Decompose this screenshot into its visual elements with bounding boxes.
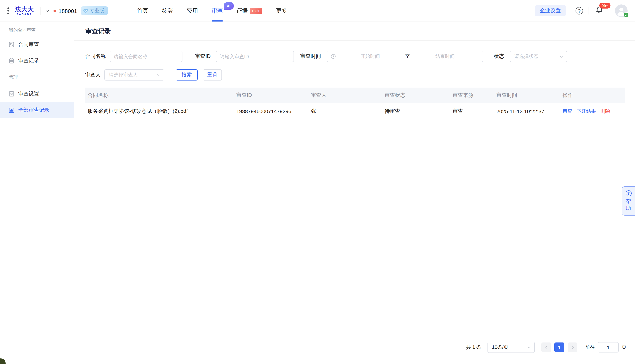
contract-name-label: 合同名称 xyxy=(85,53,106,60)
action-review-link[interactable]: 审查 xyxy=(563,108,572,114)
end-time-placeholder[interactable]: 结束时间 xyxy=(411,53,479,60)
main-panel: 审查记录 合同名称 审查ID 审查时间 开始时间 至 结束时间 xyxy=(74,22,635,364)
nav-evidence[interactable]: 证据 HOT xyxy=(237,0,262,22)
review-time-range-picker[interactable]: 开始时间 至 结束时间 xyxy=(327,51,483,62)
page-title: 审查记录 xyxy=(85,27,111,36)
notifications-button[interactable]: 99+ xyxy=(595,6,603,16)
plan-badge-label: 专业版 xyxy=(90,8,104,14)
total-count: 共 1 条 xyxy=(466,344,481,351)
bar-chart-icon xyxy=(9,107,15,113)
review-id-input[interactable] xyxy=(216,51,294,62)
reviewer-select[interactable]: 请选择审查人 xyxy=(104,70,164,80)
range-separator: 至 xyxy=(404,53,411,60)
chevron-down-icon xyxy=(157,73,160,76)
user-avatar[interactable] xyxy=(615,4,627,17)
help-question-icon: ? xyxy=(625,190,631,196)
action-download-link[interactable]: 下载结果 xyxy=(577,108,596,114)
col-reviewer: 审查人 xyxy=(311,92,384,98)
goto-page-input[interactable] xyxy=(598,342,619,352)
table-header: 合同名称 审查ID 审查人 审查状态 审查来源 审查时间 操作 xyxy=(85,88,625,103)
logo-en: FADADA xyxy=(17,13,32,16)
cell-status: 待审查 xyxy=(384,108,453,115)
nav-sign[interactable]: 签署 xyxy=(162,0,173,22)
sidebar: 我的合同审查 合同审查 审查记录 管理 审查设置 xyxy=(0,22,74,364)
fadada-logo: 法大大 FADADA xyxy=(15,6,34,16)
sidebar-group: 审查设置 全部审查记录 xyxy=(0,86,74,118)
help-floating-button[interactable]: ? 帮助 xyxy=(622,186,635,216)
sidebar-section-management: 管理 xyxy=(9,74,74,80)
sidebar-group: 合同审查 审查记录 xyxy=(0,36,74,69)
content: 合同名称 审查ID 审查时间 开始时间 至 结束时间 状态 请选择状态 xyxy=(74,41,635,120)
sidebar-item-all-review-records[interactable]: 全部审查记录 xyxy=(0,102,74,118)
cell-reviewer: 张三 xyxy=(311,108,384,115)
cell-review-id: 1988794600071479296 xyxy=(236,108,311,114)
top-bar-right: 企业设置 ? 99+ xyxy=(535,4,627,17)
col-actions: 操作 xyxy=(563,92,625,98)
ai-badge: AI xyxy=(224,2,234,10)
chevron-left-icon xyxy=(545,346,548,349)
sidebar-item-label: 合同审查 xyxy=(18,41,39,48)
chevron-down-icon xyxy=(528,345,531,348)
sidebar-item-contract-review[interactable]: 合同审查 xyxy=(0,36,74,53)
top-bar: 法大大 FADADA 188001 专业版 首页 签署 费用 审查 AI xyxy=(0,0,635,22)
cell-contract-name: 服务采购框架协议-修改意见（脱敏）(2).pdf xyxy=(85,108,236,115)
status-label: 状态 xyxy=(494,53,504,60)
status-select-placeholder: 请选择状态 xyxy=(514,53,538,60)
org-id: 188001 xyxy=(59,8,77,14)
title-bar: 审查记录 xyxy=(74,22,635,41)
sidebar-section-my-review: 我的合同审查 xyxy=(9,27,74,34)
sidebar-item-label: 审查记录 xyxy=(18,58,39,64)
chevron-down-icon xyxy=(560,54,563,58)
verified-shield-icon xyxy=(623,12,629,18)
prev-page-button[interactable] xyxy=(541,342,551,352)
org-switcher-chevron-down-icon[interactable] xyxy=(45,8,49,12)
nav-home[interactable]: 首页 xyxy=(137,0,148,22)
review-time-label: 审查时间 xyxy=(300,53,321,60)
current-page-button[interactable]: 1 xyxy=(554,342,564,352)
cell-source: 审查 xyxy=(453,108,496,115)
apps-menu-icon[interactable] xyxy=(8,8,9,14)
divider xyxy=(40,7,40,15)
start-time-placeholder[interactable]: 开始时间 xyxy=(336,53,404,60)
page-unit-label: 页 xyxy=(622,344,626,351)
notification-count-badge: 99+ xyxy=(599,2,610,8)
page-size-value: 10条/页 xyxy=(492,344,508,351)
clipboard-icon xyxy=(9,58,15,64)
status-select[interactable]: 请选择状态 xyxy=(510,51,567,62)
col-time: 审查时间 xyxy=(496,92,563,98)
main-nav: 首页 签署 费用 审查 AI 证据 HOT 更多 xyxy=(137,0,287,22)
sparkle-icon xyxy=(231,3,233,5)
sidebar-item-review-records[interactable]: 审查记录 xyxy=(0,53,74,69)
help-question-icon[interactable]: ? xyxy=(575,7,583,14)
table-row: 服务采购框架协议-修改意见（脱敏）(2).pdf 198879460007147… xyxy=(85,103,625,120)
plan-badge: 专业版 xyxy=(80,6,108,15)
divider xyxy=(588,7,589,14)
cell-actions: 审查 下载结果 删除 xyxy=(563,108,625,115)
app-window: 法大大 FADADA 188001 专业版 首页 签署 费用 审查 AI xyxy=(0,0,635,364)
next-page-button[interactable] xyxy=(568,342,577,352)
enterprise-settings-button[interactable]: 企业设置 xyxy=(535,5,566,16)
filter-row-2: 审查人 请选择审查人 搜索 重置 xyxy=(85,70,625,80)
document-gear-icon xyxy=(9,91,15,97)
page-size-select[interactable]: 10条/页 xyxy=(488,342,535,353)
chevron-right-icon xyxy=(570,346,574,349)
clock-icon xyxy=(331,54,336,59)
hot-badge: HOT xyxy=(250,8,262,14)
sidebar-item-label: 全部审查记录 xyxy=(18,107,49,114)
col-contract-name: 合同名称 xyxy=(85,92,236,98)
contract-name-input[interactable] xyxy=(110,51,182,62)
col-source: 审查来源 xyxy=(453,92,496,98)
pagination: 共 1 条 10条/页 1 前往 页 xyxy=(466,342,626,353)
reset-button[interactable]: 重置 xyxy=(203,70,222,80)
diamond-icon xyxy=(83,8,88,14)
review-id-label: 审查ID xyxy=(195,53,211,60)
action-delete-link[interactable]: 删除 xyxy=(600,108,610,114)
reviewer-select-placeholder: 请选择审查人 xyxy=(109,72,138,78)
goto-label: 前往 xyxy=(585,344,595,351)
nav-billing[interactable]: 费用 xyxy=(187,0,198,22)
nav-more[interactable]: 更多 xyxy=(276,0,287,22)
sidebar-item-review-settings[interactable]: 审查设置 xyxy=(0,86,74,102)
reviewer-label: 审查人 xyxy=(85,72,101,78)
nav-review[interactable]: 审查 AI xyxy=(211,0,223,22)
search-button[interactable]: 搜索 xyxy=(176,70,198,80)
